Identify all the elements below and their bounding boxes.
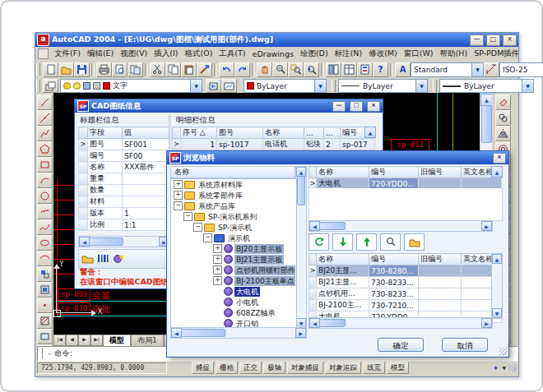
- tree-item[interactable]: 小电机: [172, 297, 295, 307]
- plot-icon[interactable]: [96, 62, 112, 77]
- lineweight-combo[interactable]: ByLayer ▼: [439, 79, 534, 93]
- tree-item[interactable]: 608ZZ轴承: [172, 307, 295, 318]
- titleblock-hscrollbar[interactable]: ◀ ▶: [78, 236, 170, 247]
- menu-view[interactable]: 视图(V): [117, 48, 151, 59]
- dialog-minimize-button[interactable]: —: [332, 101, 346, 112]
- collapse-icon[interactable]: −: [174, 201, 183, 210]
- toggle-lineweight[interactable]: 线宽: [363, 362, 385, 374]
- dialog-maximize-button[interactable]: □: [350, 101, 363, 112]
- toggle-osnap[interactable]: 对象捕捉: [287, 362, 323, 374]
- titleblock-grid[interactable]: 字段值 >图号SF001 编号SF00 名称XXX部件 重量 数量 材料 版本1…: [78, 127, 169, 231]
- scroll-right-icon[interactable]: ▶: [295, 328, 306, 338]
- toggle-otrack[interactable]: 对象追踪: [325, 362, 361, 374]
- layer-manager-icon[interactable]: [43, 79, 58, 93]
- bom-scroll-up-icon[interactable]: ▲: [364, 127, 376, 138]
- toggle-model[interactable]: 模型: [387, 362, 409, 374]
- dialog-resize-grip[interactable]: [499, 348, 507, 355]
- tree-item[interactable]: −演示机: [172, 233, 295, 243]
- top-table-hscrollbar[interactable]: ◀ ▶: [309, 220, 493, 232]
- dim-style-combo[interactable]: ISO-25▼: [499, 62, 543, 77]
- arc-icon[interactable]: [37, 173, 53, 188]
- status-menu-icon[interactable]: ▼: [502, 365, 506, 371]
- toggle-ortho[interactable]: 正交: [239, 362, 262, 374]
- scroll-right-icon[interactable]: ▶: [481, 221, 492, 231]
- scroll-up-icon[interactable]: ▲: [491, 166, 503, 178]
- tab-next-icon[interactable]: ▶: [78, 334, 90, 346]
- expand-icon[interactable]: +: [213, 255, 222, 264]
- selected-material-table[interactable]: 名称 编号 旧编号 英文名称 > 大电机 720-YDD0...: [309, 166, 502, 190]
- cancel-button[interactable]: 取消: [442, 338, 488, 352]
- tree-item[interactable]: +BJ-2100主板单点: [172, 275, 295, 286]
- color-combo[interactable]: ByLayer ▼: [244, 79, 327, 93]
- rectangle-icon[interactable]: [37, 157, 53, 173]
- toolbar-grip[interactable]: [433, 80, 437, 92]
- menu-dimension[interactable]: 标注(N): [332, 48, 366, 59]
- collapse-icon[interactable]: −: [203, 233, 212, 242]
- spline-icon[interactable]: [37, 219, 53, 235]
- resize-grip[interactable]: [509, 364, 517, 371]
- tree-item[interactable]: −SP-演示机系列: [172, 211, 295, 222]
- copy-object-icon[interactable]: [495, 110, 511, 126]
- dialog-close-button[interactable]: ×: [493, 153, 506, 164]
- minimize-button[interactable]: —: [470, 35, 484, 46]
- command-grip[interactable]: [39, 348, 43, 359]
- tree-item[interactable]: +BJ20主显示板: [172, 243, 295, 254]
- designcenter-icon[interactable]: [341, 62, 357, 77]
- copy-icon[interactable]: [165, 62, 181, 77]
- layer-previous-icon[interactable]: [206, 79, 221, 93]
- toolbar-grip[interactable]: [36, 80, 40, 92]
- tree-header[interactable]: 名称: [170, 166, 295, 178]
- browse-tree[interactable]: +系统原材料库+系统零部件库−系统产品库−SP-演示机系列−SP-演示机−演示机…: [170, 178, 297, 329]
- plot-preview-icon[interactable]: [112, 62, 128, 77]
- menu-help[interactable]: 帮助(H): [437, 48, 471, 59]
- menu-sp-pdm[interactable]: SP-PDM插件(P): [471, 48, 518, 59]
- scroll-right-icon[interactable]: ▶: [481, 318, 492, 328]
- paste-icon[interactable]: [181, 62, 197, 77]
- cad-info-title-bar[interactable]: SP CAD图纸信息 — □ ×: [75, 99, 383, 113]
- mirror-icon[interactable]: [495, 126, 511, 141]
- expand-icon[interactable]: +: [174, 180, 183, 189]
- tab-prev-icon[interactable]: ◀: [66, 334, 78, 346]
- tab-layout1[interactable]: 布局1: [131, 334, 164, 346]
- collapse-icon[interactable]: −: [193, 223, 202, 232]
- expand-icon[interactable]: +: [213, 276, 222, 285]
- line-icon[interactable]: [37, 95, 53, 110]
- save-icon[interactable]: [74, 62, 90, 77]
- toggle-snap[interactable]: 捕捉: [192, 362, 214, 374]
- polygon-icon[interactable]: [37, 141, 53, 157]
- ok-button[interactable]: 确定: [378, 338, 424, 352]
- toolbar-grip[interactable]: [332, 80, 336, 92]
- menu-file[interactable]: 文件(F): [51, 48, 84, 59]
- communication-center-icon[interactable]: ✦: [493, 364, 499, 372]
- toolbar-grip[interactable]: [36, 63, 40, 76]
- tab-model[interactable]: 模型: [103, 334, 131, 346]
- close-button[interactable]: ×: [503, 35, 517, 46]
- menu-edrawings[interactable]: eDrawings: [249, 49, 297, 58]
- open-icon[interactable]: [58, 62, 74, 77]
- insert-block-icon[interactable]: [37, 266, 53, 282]
- materials-list-table[interactable]: 名称 编号 旧编号 英文名称 > BJ20主显... 730-8280... B…: [309, 253, 502, 323]
- layer-combo[interactable]: 文字 ▼: [60, 79, 202, 93]
- dim-style-icon[interactable]: [484, 62, 499, 77]
- tree-item[interactable]: +系统原材料库: [172, 179, 295, 190]
- ellipse-arc-icon[interactable]: [37, 251, 53, 266]
- toggle-grid[interactable]: 栅格: [216, 362, 238, 374]
- expand-icon[interactable]: +: [174, 191, 183, 200]
- polyline-icon[interactable]: [37, 126, 53, 141]
- tree-item[interactable]: −SP-演示机: [172, 222, 295, 233]
- make-block-icon[interactable]: [37, 282, 53, 297]
- expand-icon[interactable]: +: [213, 265, 222, 274]
- tab-last-icon[interactable]: ▶|: [90, 334, 103, 346]
- hatch-icon[interactable]: [37, 313, 53, 329]
- publish-icon[interactable]: [128, 62, 143, 77]
- zoom-realtime-icon[interactable]: [272, 62, 288, 77]
- match-properties-icon[interactable]: [197, 62, 212, 77]
- linetype-combo[interactable]: ByLayer ▼: [338, 79, 428, 93]
- tree-item[interactable]: 大电机: [172, 286, 295, 297]
- tree-item[interactable]: −系统产品库: [172, 201, 295, 211]
- ellipse-icon[interactable]: [37, 235, 53, 251]
- zoom-previous-icon[interactable]: [304, 62, 319, 77]
- point-icon[interactable]: [37, 297, 53, 313]
- tree-item[interactable]: +系统零部件库: [172, 190, 295, 201]
- scroll-down-icon[interactable]: ▼: [492, 308, 502, 318]
